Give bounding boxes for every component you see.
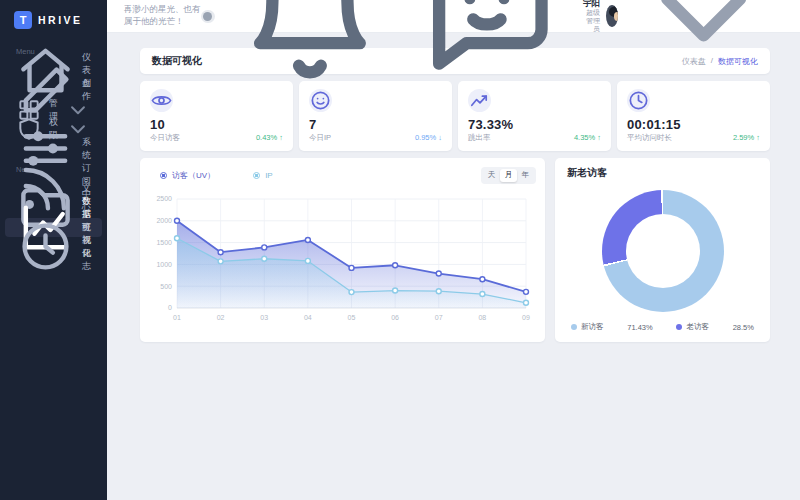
donut-legend-label: 新访客 <box>581 322 604 332</box>
page-title: 数据可视化 <box>152 54 202 68</box>
app-window: T HRIVE Menu 仪表盘 创作 管理 权限 系统 New <box>0 0 800 500</box>
svg-text:08: 08 <box>478 314 486 321</box>
stat-delta: 2.59% ↑ <box>733 133 760 142</box>
breadcrumb-parent[interactable]: 仪表盘 <box>682 56 706 67</box>
legend-item-ip[interactable]: IP <box>253 170 273 181</box>
svg-text:0: 0 <box>168 304 172 311</box>
stat-delta: 0.95% ↓ <box>415 133 442 142</box>
avatar <box>606 5 618 27</box>
sidebar-item-changelog[interactable]: 更新日志 <box>5 237 102 257</box>
svg-text:05: 05 <box>348 314 356 321</box>
sidebar-item-label: 更新日志 <box>82 221 91 273</box>
donut-legend-new-visitors[interactable]: 新访客 <box>571 322 604 332</box>
sidebar-item-label: 系统 <box>82 136 91 162</box>
svg-text:09: 09 <box>522 314 530 321</box>
stat-value: 10 <box>150 117 283 132</box>
svg-text:500: 500 <box>160 283 172 290</box>
toggle-knob <box>203 12 212 21</box>
stat-value: 00:01:15 <box>627 117 760 132</box>
stat-delta: 0.43% ↑ <box>256 133 283 142</box>
svg-text:04: 04 <box>304 314 312 321</box>
svg-text:1500: 1500 <box>156 239 172 246</box>
breadcrumb: 仪表盘 / 数据可视化 <box>682 56 758 67</box>
charts-row: 访客（UV） IP 天 月 年 0500 <box>140 158 770 342</box>
bell-icon <box>228 0 392 100</box>
header-motto: 再渺小的星光、也有属于他的光芒！ <box>124 4 201 28</box>
old-visitors-dot <box>676 324 682 330</box>
sidebar: T HRIVE Menu 仪表盘 创作 管理 权限 系统 New <box>0 0 107 500</box>
donut-legend-label: 老访客 <box>686 322 709 332</box>
stat-label: 跳出率 <box>468 133 491 143</box>
svg-text:03: 03 <box>260 314 268 321</box>
new-visitors-value: 71.43% <box>627 323 652 332</box>
stat-label: 今日访客 <box>150 133 180 143</box>
legend-label: IP <box>265 171 273 180</box>
main-content: 数据可视化 仪表盘 / 数据可视化 10 今日访客 0.43% ↑ <box>107 33 800 500</box>
brand-name: HRIVE <box>38 14 83 26</box>
stat-delta: 4.35% ↑ <box>574 133 601 142</box>
chat-icon <box>405 0 569 100</box>
sidebar-item-system[interactable]: 系统 <box>5 139 102 159</box>
topbar: 再渺小的星光、也有属于他的光芒！ 宇阳 超级管理员 <box>107 0 800 33</box>
line-chart-legend: 访客（UV） IP <box>149 170 273 181</box>
visitor-type-card: 新老访客 新访客 71.43% 老 <box>555 158 770 342</box>
stat-label: 今日IP <box>309 133 331 143</box>
uv-legend-dot <box>160 172 167 179</box>
stat-value: 73.33% <box>468 117 601 132</box>
clock-icon <box>627 89 650 112</box>
period-day-button[interactable]: 天 <box>483 169 500 182</box>
stat-card-avg-duration: 00:01:15 平均访问时长 2.59% ↑ <box>617 81 770 151</box>
stat-label: 平均访问时长 <box>627 133 672 143</box>
svg-text:1000: 1000 <box>156 261 172 268</box>
donut-legend-old-visitors[interactable]: 老访客 <box>676 322 709 332</box>
visitors-chart-card: 访客（UV） IP 天 月 年 0500 <box>140 158 545 342</box>
notifications-button[interactable] <box>228 0 392 100</box>
brand-logo-icon: T <box>14 11 32 29</box>
svg-text:06: 06 <box>391 314 399 321</box>
period-year-button[interactable]: 年 <box>517 169 534 182</box>
period-switch: 天 月 年 <box>481 167 536 184</box>
messages-button[interactable] <box>405 0 569 100</box>
brand-logo[interactable]: T HRIVE <box>0 0 107 41</box>
svg-text:2000: 2000 <box>156 217 172 224</box>
eye-icon <box>150 89 173 112</box>
user-role: 超级管理员 <box>582 9 601 34</box>
theme-toggle[interactable] <box>201 10 215 23</box>
period-month-button[interactable]: 月 <box>500 169 517 182</box>
svg-text:01: 01 <box>173 314 181 321</box>
donut-hole <box>626 214 700 288</box>
legend-label: 访客（UV） <box>172 170 215 181</box>
breadcrumb-current[interactable]: 数据可视化 <box>718 56 758 67</box>
new-visitors-dot <box>571 324 577 330</box>
donut-legend: 新访客 71.43% 老访客 28.5% <box>567 322 758 335</box>
svg-text:02: 02 <box>217 314 225 321</box>
donut-chart-title: 新老访客 <box>567 166 758 180</box>
stat-value: 7 <box>309 117 442 132</box>
uv-ip-line-chart: 05001000150020002500010203040506070809 <box>149 189 536 336</box>
visitor-type-donut-chart <box>602 190 724 312</box>
svg-text:07: 07 <box>435 314 443 321</box>
legend-item-uv[interactable]: 访客（UV） <box>160 170 215 181</box>
svg-text:2500: 2500 <box>156 195 172 202</box>
ip-legend-dot <box>253 172 260 179</box>
breadcrumb-separator: / <box>711 56 713 67</box>
history-icon <box>16 217 75 276</box>
user-name: 宇阳 <box>582 0 601 9</box>
old-visitors-value: 28.5% <box>733 323 754 332</box>
